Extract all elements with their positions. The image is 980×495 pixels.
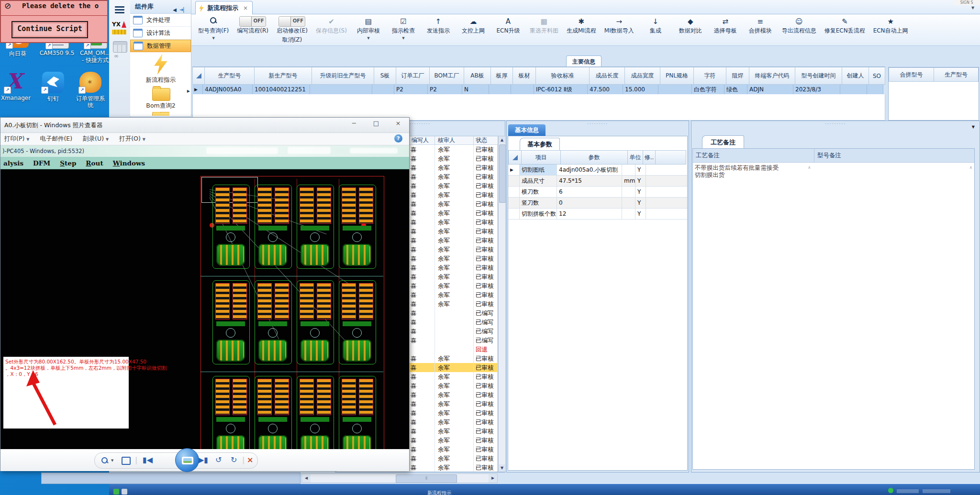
toolbar-MI数据导入[interactable]: →MI数据导入: [604, 16, 634, 35]
scroll-up-icon[interactable]: ▲: [499, 136, 505, 143]
toolbar-文控上网[interactable]: ☁文控上网: [460, 16, 487, 35]
col-header-成品长度[interactable]: 成品长度: [590, 67, 625, 85]
select-all-corner[interactable]: [512, 155, 518, 160]
panel-dropdown-icon[interactable]: ▼: [972, 125, 975, 129]
zoom-caret-icon[interactable]: ▼: [111, 459, 113, 462]
col-reviewer[interactable]: 核审人: [435, 136, 474, 144]
param-row-2[interactable]: 横刀数6Y: [508, 187, 687, 198]
col-craft-note[interactable]: 工艺备注: [693, 149, 814, 162]
subtab-basic-params[interactable]: 基本参数: [520, 138, 560, 151]
flow-vertical-scrollbar[interactable]: ▲ ▼: [498, 136, 506, 472]
select-all-cell[interactable]: [192, 67, 205, 85]
desktop-icon-dingtalk[interactable]: ↗: [42, 72, 64, 93]
tool-new-flow-label[interactable]: 新流程指示: [130, 76, 191, 84]
help-icon[interactable]: ?: [394, 134, 402, 143]
param-row-1[interactable]: 成品尺寸47.5*15mmY: [508, 176, 687, 187]
row-selector[interactable]: [508, 176, 520, 186]
toolbar-导出流程信息[interactable]: ☺导出流程信息: [782, 16, 816, 35]
sidebar-item-1[interactable]: 设计算法: [130, 27, 191, 40]
tab-close-icon[interactable]: ×: [243, 5, 248, 11]
col-header-终端客户代码[interactable]: 终端客户代码: [749, 67, 795, 85]
toolbar-编写流程(R)[interactable]: OFF编写流程(R): [237, 16, 268, 35]
cell-item[interactable]: 切割拼板个数: [520, 209, 557, 219]
maximize-button[interactable]: □: [365, 118, 387, 130]
cell-unit[interactable]: [622, 187, 635, 197]
cell-终端客户代码[interactable]: ADJN: [747, 85, 793, 94]
cell-成品宽度[interactable]: 15.000: [623, 85, 658, 94]
cell-item[interactable]: 竖刀数: [520, 198, 557, 208]
toolbar-合拼模块[interactable]: ≡合拼模块: [747, 16, 774, 35]
col-header-型号创建时间[interactable]: 型号创建时间: [795, 67, 842, 85]
toggle-启动修改(E)[interactable]: OFF: [278, 16, 305, 27]
cam-menu-Rout[interactable]: Rout: [86, 159, 103, 167]
param-row-4[interactable]: 切割拼板个数12Y: [508, 209, 687, 220]
toolbar-sublabel[interactable]: 取消(Z): [282, 36, 302, 44]
cell-item[interactable]: 横刀数: [520, 187, 557, 197]
cell-板厚[interactable]: [489, 85, 511, 94]
cell-阻焊[interactable]: 绿色: [724, 85, 747, 94]
col-header-BOM工厂[interactable]: BOM工厂: [430, 67, 464, 85]
cell-板材[interactable]: [511, 85, 534, 94]
cell-unit[interactable]: mm: [622, 176, 635, 186]
cell-BOM工厂[interactable]: P2: [428, 85, 462, 94]
toolbar-overflow-icon[interactable]: ▼: [971, 6, 974, 10]
toolbar-生成MI流程[interactable]: ✱生成MI流程: [567, 16, 596, 35]
cam-menu-Windows[interactable]: Windows: [113, 159, 145, 167]
bom-query-folder-icon[interactable]: [152, 88, 170, 101]
toolbar-保存信息(S)[interactable]: ✔保存信息(S): [316, 16, 347, 35]
col-header-S板[interactable]: S板: [374, 67, 396, 85]
cell-flag[interactable]: Y: [635, 165, 646, 175]
cell-SO[interactable]: [867, 85, 883, 94]
toolbar-修复ECN丢流程[interactable]: ✎修复ECN丢流程: [824, 16, 865, 35]
flow-horizontal-scrollbar[interactable]: ◀ ⦀ ▶: [301, 473, 498, 483]
close-button[interactable]: ×: [387, 118, 409, 130]
dropdown-caret-icon[interactable]: ▼: [367, 36, 369, 40]
menu-电子邮件(E)[interactable]: 电子邮件(E): [40, 135, 72, 143]
cell-新生产型号[interactable]: 10010400212251: [253, 85, 310, 94]
row-selector[interactable]: [508, 198, 520, 208]
cell-订单工厂[interactable]: P2: [394, 85, 428, 94]
next-icon[interactable]: ▶▮: [198, 455, 208, 464]
scroll-up-icon[interactable]: ∧: [969, 165, 972, 170]
col-value[interactable]: 参数: [561, 150, 628, 165]
cell-unit[interactable]: [622, 209, 635, 219]
toolbar-集成[interactable]: ↓集成: [642, 16, 669, 35]
photo-viewer-titlebar[interactable]: A0.小板切割 - Windows 照片查看器 − □ ×: [0, 118, 409, 133]
cell-value[interactable]: 12: [557, 209, 622, 219]
cell-flag[interactable]: Y: [635, 209, 646, 219]
cell-型号创建时间[interactable]: 2023/8/3: [793, 85, 840, 94]
param-row-0[interactable]: ▶切割图纸4adjn005a0.小板切割Y: [508, 165, 687, 176]
zoom-icon[interactable]: [101, 457, 108, 466]
continue-script-button[interactable]: Continue Script: [11, 21, 88, 38]
row-selector[interactable]: ▶: [508, 165, 520, 175]
cell-flag[interactable]: Y: [635, 176, 646, 186]
cell-升级前旧生产型号[interactable]: [310, 85, 372, 94]
toolbar-内部审核[interactable]: ▤内部审核▼: [355, 16, 382, 40]
row-selector[interactable]: [508, 187, 520, 197]
cell-S板[interactable]: [372, 85, 394, 94]
cell-item[interactable]: 切割图纸: [520, 165, 557, 175]
col-header-PNL规格[interactable]: PNL规格: [660, 67, 694, 85]
col-status[interactable]: 状态: [474, 136, 498, 144]
col-flag[interactable]: 修..: [643, 150, 656, 165]
tool-bom-query-label[interactable]: Bom查询2: [130, 102, 191, 110]
toggle-编写流程(R)[interactable]: OFF: [239, 16, 266, 27]
taskbar-app-icon[interactable]: [122, 489, 127, 495]
scroll-left-icon[interactable]: ◀: [302, 474, 311, 483]
panel-expand-handle[interactable]: ▶: [187, 89, 190, 93]
taskbar-app-icon[interactable]: [113, 489, 119, 495]
toolbar-型号查询(F)[interactable]: 型号查询(F)▼: [198, 16, 229, 40]
cell-value[interactable]: 6: [557, 187, 622, 197]
minimize-button[interactable]: −: [343, 118, 365, 130]
yx-app-icon[interactable]: YX: [112, 21, 127, 36]
cell-unit[interactable]: [622, 165, 635, 175]
cell-value[interactable]: 47.5*15: [557, 176, 622, 186]
cell-flag[interactable]: Y: [635, 198, 646, 208]
rotate-cw-icon[interactable]: ↻: [231, 455, 237, 464]
scroll-up-icon[interactable]: ∧: [808, 165, 811, 170]
cell-验收标准[interactable]: IPC-6012 Ⅱ级: [534, 85, 588, 94]
desktop-icon-xmanager[interactable]: X↗: [5, 72, 27, 93]
row-selector[interactable]: [508, 209, 520, 219]
col-model-note[interactable]: 型号备注: [814, 149, 974, 162]
cell-value[interactable]: 0: [557, 198, 622, 208]
